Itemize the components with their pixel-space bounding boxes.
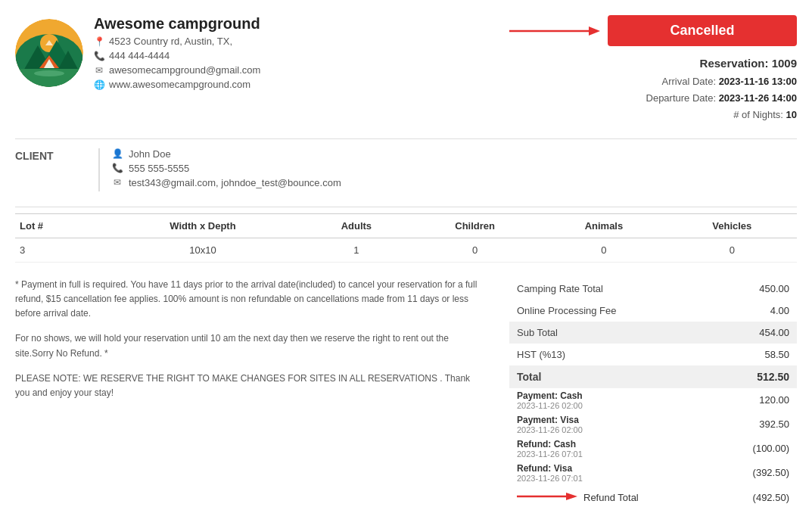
globe-icon: 🌐: [94, 79, 104, 90]
cell-lot: 3: [15, 238, 102, 262]
company-website-row: 🌐 www.awesomecampground.com: [94, 79, 260, 90]
svg-point-9: [34, 70, 64, 76]
company-info: Awesome campground 📍 4523 Country rd, Au…: [94, 15, 260, 90]
bottom-section: * Payment in full is required. You have …: [15, 278, 797, 507]
cell-vehicles: 0: [667, 238, 797, 262]
total-label: Total: [517, 371, 541, 383]
note-para-3: PLEASE NOTE: WE RESERVE THE RIGHT TO MAK…: [15, 372, 479, 400]
company-address-row: 📍 4523 Country rd, Austin, TX,: [94, 36, 260, 47]
departure-label: Departure Date:: [646, 92, 717, 104]
note-para-2: For no shows, we will hold your reservat…: [15, 331, 479, 360]
refund-total-value: (492.50): [753, 492, 789, 503]
col-lot: Lot #: [15, 213, 102, 238]
company-address: 4523 Country rd, Austin, TX,: [109, 36, 232, 47]
page-header: Awesome campground 📍 4523 Country rd, Au…: [15, 15, 797, 123]
payment-amount-0: 120.00: [759, 394, 789, 406]
payment-info-2: Refund: Cash 2023-11-26 07:01: [517, 439, 583, 459]
subtotal-value: 454.00: [759, 327, 789, 338]
arrival-value: 2023-11-16 13:00: [719, 76, 797, 87]
total-row: Total 512.50: [509, 365, 797, 388]
total-value: 512.50: [757, 371, 789, 383]
refund-total-label: Refund Total: [583, 492, 639, 503]
payment-row-2: Refund: Cash 2023-11-26 07:01 (100.00): [509, 437, 797, 461]
payment-amount-3: (392.50): [753, 467, 789, 478]
payment-row-0: Payment: Cash 2023-11-26 02:00 120.00: [509, 388, 797, 412]
client-name-row: 👤 John Doe: [112, 148, 341, 160]
client-email-icon: ✉: [112, 177, 123, 188]
client-divider: [15, 207, 797, 207]
payment-date-0: 2023-11-26 02:00: [517, 401, 583, 410]
cell-animals: 0: [540, 238, 667, 262]
client-phone: 555 555-5555: [129, 163, 189, 174]
person-icon: 👤: [112, 148, 123, 159]
payment-amount-1: 392.50: [759, 418, 789, 430]
client-email: test343@gmail.com, johndoe_test@bounce.c…: [129, 177, 341, 188]
processing-fee-value: 4.00: [770, 305, 789, 316]
client-section-label: CLIENT: [15, 148, 76, 162]
hst-value: 58.50: [764, 349, 789, 360]
departure-value: 2023-11-26 14:00: [719, 92, 797, 104]
payment-date-2: 2023-11-26 07:01: [517, 449, 583, 459]
hst-row: HST (%13) 58.50: [509, 344, 797, 365]
company-website: www.awesomecampground.com: [109, 79, 250, 90]
lot-table: Lot # Width x Depth Adults Children Anim…: [15, 213, 797, 263]
camping-rate-value: 450.00: [759, 283, 789, 294]
payment-amount-2: (100.00): [753, 443, 789, 454]
departure-date-row: Departure Date: 2023-11-26 14:00: [646, 90, 797, 107]
refund-total-left: Refund Total: [517, 490, 639, 505]
client-phone-row: 📞 555 555-5555: [112, 163, 341, 174]
arrow-to-cancelled: [509, 23, 600, 39]
cell-size: 10x10: [102, 238, 303, 262]
company-logo: [15, 19, 83, 87]
nights-value: 10: [786, 109, 797, 120]
client-phone-icon: 📞: [112, 163, 123, 173]
email-icon: ✉: [94, 65, 104, 76]
subtotal-label: Sub Total: [517, 327, 558, 338]
payment-name-0: Payment: Cash: [517, 390, 583, 401]
header-divider: [15, 138, 797, 139]
table-row: 3 10x10 1 0 0 0: [15, 238, 797, 262]
payment-name-3: Refund: Visa: [517, 463, 583, 474]
company-name: Awesome campground: [94, 15, 260, 33]
company-email: awesomecampground@gmail.com: [109, 64, 260, 76]
payment-info-3: Refund: Visa 2023-11-26 07:01: [517, 463, 583, 483]
processing-fee-label: Online Processing Fee: [517, 305, 617, 316]
payment-date-3: 2023-11-26 07:01: [517, 474, 583, 483]
company-phone-row: 📞 444 444-4444: [94, 50, 260, 61]
cell-children: 0: [409, 238, 540, 262]
company-phone: 444 444-4444: [109, 50, 170, 61]
col-size: Width x Depth: [102, 213, 303, 238]
company-logo-area: Awesome campground 📍 4523 Country rd, Au…: [15, 15, 509, 90]
cancelled-button[interactable]: Cancelled: [608, 15, 797, 46]
payment-info-0: Payment: Cash 2023-11-26 02:00: [517, 390, 583, 410]
reservation-info: Reservation: 1009 Arrival Date: 2023-11-…: [646, 54, 797, 123]
payment-row-3: Refund: Visa 2023-11-26 07:01 (392.50): [509, 461, 797, 485]
client-email-row: ✉ test343@gmail.com, johndoe_test@bounce…: [112, 177, 341, 188]
cancelled-row: Cancelled: [509, 15, 797, 46]
nights-row: # of Nights: 10: [646, 107, 797, 123]
company-email-row: ✉ awesomecampground@gmail.com: [94, 64, 260, 76]
nights-label: # of Nights:: [733, 109, 783, 120]
hst-label: HST (%13): [517, 349, 565, 360]
payment-name-1: Payment: Visa: [517, 415, 583, 425]
payment-rows: Payment: Cash 2023-11-26 02:00 120.00 Pa…: [509, 388, 797, 485]
col-animals: Animals: [540, 213, 667, 238]
col-vehicles: Vehicles: [667, 213, 797, 238]
client-name: John Doe: [129, 148, 171, 160]
reservation-number: Reservation: 1009: [646, 54, 797, 73]
refund-arrow-icon: [517, 490, 577, 505]
phone-icon: 📞: [94, 51, 104, 61]
payment-date-1: 2023-11-26 02:00: [517, 425, 583, 434]
note-para-1: * Payment in full is required. You have …: [15, 278, 479, 322]
status-area: Cancelled Reservation: 1009 Arrival Date…: [509, 15, 797, 123]
svg-marker-14: [566, 493, 577, 500]
table-header-row: Lot # Width x Depth Adults Children Anim…: [15, 213, 797, 238]
payment-info-1: Payment: Visa 2023-11-26 02:00: [517, 415, 583, 434]
camping-rate-row: Camping Rate Total 450.00: [509, 278, 797, 300]
payment-name-2: Refund: Cash: [517, 439, 583, 449]
cell-adults: 1: [303, 238, 409, 262]
col-adults: Adults: [303, 213, 409, 238]
location-icon: 📍: [94, 36, 104, 47]
svg-marker-12: [589, 26, 600, 36]
refund-total-row: Refund Total (492.50): [509, 485, 797, 507]
